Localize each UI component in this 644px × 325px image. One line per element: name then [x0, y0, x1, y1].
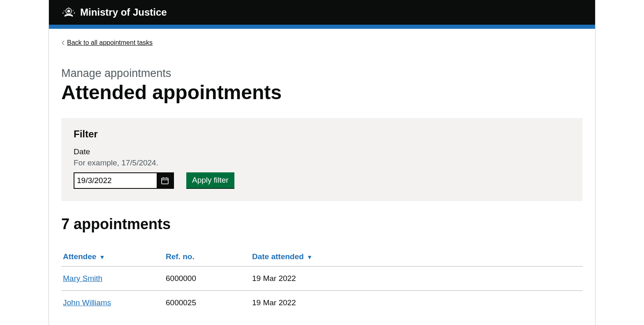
- crest-icon: [61, 6, 76, 19]
- date-input-group: [74, 172, 174, 189]
- sort-attendee[interactable]: Attendee ▼: [63, 252, 105, 261]
- ref-cell: 6000000: [164, 266, 250, 290]
- calendar-icon: [161, 176, 169, 185]
- page-title: Attended appointments: [61, 82, 583, 104]
- sort-down-icon: ▼: [100, 254, 105, 260]
- table-row: John Williams 6000025 19 Mar 2022: [61, 290, 583, 315]
- date-cell: 19 Mar 2022: [250, 290, 583, 315]
- ref-cell: 6000025: [164, 290, 250, 315]
- attendee-link[interactable]: Mary Smith: [63, 274, 102, 283]
- filter-heading: Filter: [74, 128, 570, 140]
- date-input[interactable]: [74, 173, 157, 188]
- sort-date[interactable]: Date attended ▼: [252, 252, 313, 261]
- page-header: Ministry of Justice: [49, 0, 595, 25]
- results-count-heading: 7 appointments: [61, 216, 583, 233]
- attendee-link[interactable]: John Williams: [63, 298, 111, 307]
- header-accent-bar: [49, 25, 595, 29]
- apply-filter-button[interactable]: Apply filter: [186, 172, 234, 189]
- chevron-left-icon: [61, 40, 65, 45]
- date-cell: 19 Mar 2022: [250, 266, 583, 290]
- svg-point-1: [67, 10, 70, 13]
- main-content: Back to all appointment tasks Manage app…: [49, 29, 595, 325]
- sort-down-icon: ▼: [307, 254, 313, 260]
- back-link-label: Back to all appointment tasks: [67, 39, 153, 46]
- sort-ref[interactable]: Ref. no.: [166, 252, 195, 261]
- svg-rect-2: [162, 178, 168, 184]
- page-caption: Manage appointments: [61, 67, 583, 80]
- table-row: Mary Smith 6000000 19 Mar 2022: [61, 266, 583, 290]
- appointments-table: Attendee ▼ Ref. no. Date attended ▼: [61, 247, 583, 315]
- filter-panel: Filter Date For example, 17/5/2024.: [61, 118, 583, 201]
- back-link[interactable]: Back to all appointment tasks: [61, 39, 153, 46]
- date-hint: For example, 17/5/2024.: [74, 158, 570, 167]
- service-name: Ministry of Justice: [80, 7, 167, 18]
- col-date-label: Date attended: [252, 252, 304, 261]
- col-attendee-label: Attendee: [63, 252, 96, 261]
- col-ref-label: Ref. no.: [166, 252, 195, 261]
- calendar-button[interactable]: [157, 173, 173, 188]
- date-label: Date: [74, 147, 570, 156]
